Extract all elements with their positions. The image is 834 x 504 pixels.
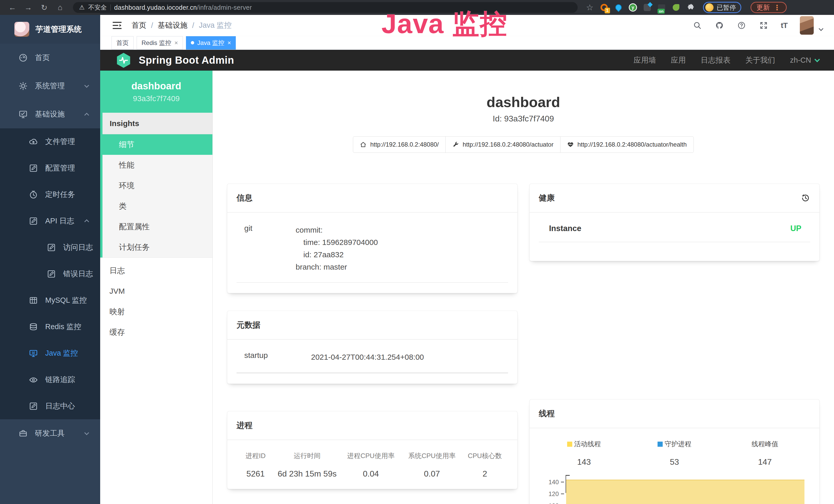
sba-item-caches[interactable]: 缓存 [100, 322, 213, 343]
breadcrumb-infra[interactable]: 基础设施 [158, 20, 188, 30]
help-icon[interactable] [737, 21, 746, 30]
extension-youdao-icon[interactable]: y [629, 3, 637, 12]
sidebar-item-log-center[interactable]: 日志中心 [0, 393, 100, 419]
sba-nav-about[interactable]: 关于我们 [745, 55, 775, 66]
user-avatar[interactable] [800, 16, 814, 35]
tab-redis-monitor[interactable]: Redis 监控 × [137, 36, 183, 49]
sidebar-item-config[interactable]: 配置管理 [0, 155, 100, 181]
github-icon[interactable] [715, 21, 724, 30]
sidebar-item-api-log[interactable]: API 日志 [0, 208, 100, 234]
breadcrumb-home[interactable]: 首页 [132, 20, 147, 30]
instance-endpoint-buttons: http://192.168.0.2:48080/ http://192.168… [213, 136, 834, 153]
extension-orange-icon[interactable]: 1 [600, 3, 609, 12]
threads-card: 线程 活动线程 143 守护进程 [529, 399, 820, 504]
metadata-row-startup: startup 2021-04-27T00:44:31.254+08:00 [237, 351, 508, 373]
sidebar-item-mysql[interactable]: MySQL 监控 [0, 287, 100, 314]
sidebar-item-file[interactable]: 文件管理 [0, 129, 100, 155]
sba-nav-applications[interactable]: 应用 [671, 55, 686, 66]
sba-brand[interactable]: Spring Boot Admin [115, 52, 234, 69]
forward-icon[interactable]: → [22, 2, 35, 13]
extension-grid-icon[interactable] [643, 3, 652, 12]
health-url-button[interactable]: http://192.168.0.2:48080/actuator/health [560, 136, 694, 153]
process-value-proc-cpu: 0.04 [339, 469, 402, 479]
process-value-pid: 5261 [237, 469, 275, 479]
user-menu-caret-icon[interactable] [818, 26, 823, 31]
service-url-button[interactable]: http://192.168.0.2:48080/ [353, 136, 446, 153]
fullscreen-icon[interactable] [759, 21, 768, 30]
access-log-icon [47, 243, 56, 252]
briefcase-icon [19, 429, 28, 438]
info-card-body: git commit: time: 1596289704000 id: 27aa… [227, 212, 517, 293]
sba-language-select[interactable]: zh-CN [790, 56, 819, 65]
sidebar-item-access-log[interactable]: 访问日志 [0, 234, 100, 260]
sba-root-items: 日志 JVM 映射 缓存 [100, 257, 213, 343]
font-size-icon[interactable]: tT [781, 21, 788, 30]
sidebar-toggle-hamburger-icon[interactable] [111, 20, 123, 31]
search-icon[interactable] [693, 21, 702, 30]
sidebar-item-home[interactable]: 首页 [0, 44, 100, 72]
chevron-up-icon [84, 113, 89, 117]
sidebar-submenu-infra: 文件管理 配置管理 定时任务 API 日志 [0, 129, 100, 419]
extension-leaf-icon[interactable] [672, 3, 680, 12]
sidebar-item-redis[interactable]: Redis 监控 [0, 314, 100, 340]
sba-nav-journal[interactable]: 日志报表 [701, 55, 730, 66]
back-icon[interactable]: ← [6, 2, 19, 13]
cards-left-column: 信息 git commit: time: 1596289704000 id: 2… [227, 184, 518, 489]
instance-title: dashboard [213, 94, 834, 110]
history-icon[interactable] [801, 193, 810, 203]
sidebar-item-job[interactable]: 定时任务 [0, 181, 100, 208]
tab-home[interactable]: 首页 [111, 36, 134, 49]
extension-switch-icon[interactable]: on [657, 3, 666, 12]
cards-area: 信息 git commit: time: 1596289704000 id: 2… [213, 153, 834, 504]
bookmark-star-icon[interactable]: ☆ [585, 3, 594, 12]
sba-item-metrics[interactable]: 性能 [103, 155, 213, 175]
tab-java-monitor[interactable]: Java 监控 × [186, 36, 236, 49]
profile-paused-chip[interactable]: 已暂停 [703, 2, 741, 13]
sidebar-item-label: 基础设施 [35, 109, 65, 119]
app-logo[interactable]: 芋道管理系统 [0, 15, 100, 44]
close-icon[interactable]: × [174, 40, 178, 46]
extension-pin-icon[interactable] [614, 3, 623, 12]
instance-name: dashboard [131, 81, 181, 92]
process-value-uptime: 6d 23h 15m 59s [275, 469, 340, 479]
sba-item-environment[interactable]: 环境 [103, 175, 213, 196]
browser-menu-icon[interactable]: ⋮ [773, 3, 781, 12]
sba-main-panel: dashboard Id: 93a3fc7f7409 http://192.16… [213, 71, 834, 504]
sidebar-item-label: 定时任务 [45, 189, 75, 200]
sba-nav-wallboard[interactable]: 应用墙 [634, 55, 656, 66]
health-card-header: 健康 [530, 184, 820, 212]
threads-legend: 活动线程 143 守护进程 53 线程峰值 [539, 439, 810, 467]
tick-mark [561, 482, 564, 482]
sidebar-item-error-log[interactable]: 错误日志 [0, 260, 100, 287]
info-card-title: 信息 [227, 184, 517, 212]
sba-item-classes[interactable]: 类 [103, 196, 213, 216]
sba-item-details[interactable]: 细节 [103, 134, 213, 155]
sba-item-configprops[interactable]: 配置属性 [103, 216, 213, 237]
url-text[interactable]: dashboard.yudao.iocoder.cn/infra/admin-s… [114, 4, 252, 11]
legend-live-threads: 活动线程 143 [539, 439, 629, 467]
info-key: git [237, 224, 295, 273]
chrome-update-button[interactable]: 更新 ⋮ [750, 2, 787, 13]
sba-item-mappings[interactable]: 映射 [100, 301, 213, 322]
sidebar-item-devtools[interactable]: 研发工具 [0, 419, 100, 448]
reload-icon[interactable]: ↻ [38, 2, 51, 13]
sidebar-item-infra[interactable]: 基础设施 [0, 100, 100, 129]
sidebar-menu: 首页 系统管理 基础设施 文件管理 [0, 44, 100, 448]
extension-badge: 1 [605, 8, 610, 13]
app-sidebar: 芋道管理系统 首页 系统管理 基础设施 [0, 15, 100, 504]
sba-item-logging[interactable]: 日志 [100, 260, 213, 281]
sidebar-item-system[interactable]: 系统管理 [0, 72, 100, 100]
sidebar-item-trace[interactable]: 链路追踪 [0, 366, 100, 393]
home-icon[interactable]: ⌂ [53, 2, 67, 13]
sidebar-item-java-monitor[interactable]: Java 监控 [0, 340, 100, 366]
security-label[interactable]: 不安全 [88, 3, 107, 12]
sba-item-scheduled-tasks[interactable]: 计划任务 [103, 237, 213, 257]
close-icon[interactable]: × [227, 40, 231, 46]
extensions-puzzle-icon[interactable] [686, 3, 695, 12]
sidebar-item-label: 配置管理 [45, 163, 75, 173]
sba-logo-hexagon-icon [115, 52, 132, 69]
process-card-title: 进程 [227, 411, 517, 440]
actuator-url-button[interactable]: http://192.168.0.2:48080/actuator [445, 136, 561, 153]
update-label: 更新 [756, 3, 770, 12]
sba-item-jvm[interactable]: JVM [100, 281, 213, 301]
